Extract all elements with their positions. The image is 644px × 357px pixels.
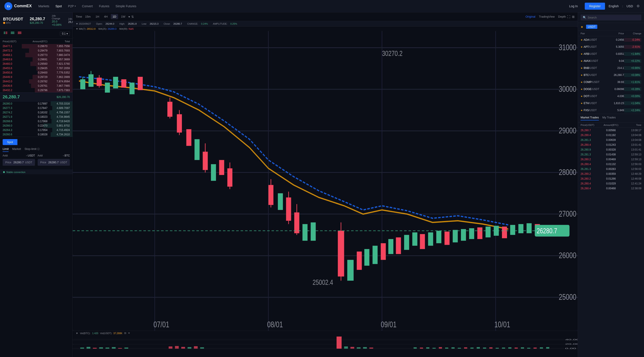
ob-view-bids[interactable] [10,30,16,37]
market-row[interactable]: ★ ETH/USDT 1,610.23 +1.04% [578,100,644,107]
filter-star-icon[interactable]: ★ [580,25,584,29]
chart-type-buttons: Original TradingView Depth [526,15,566,18]
svg-rect-57 [278,193,283,210]
ob-view-asks[interactable] [17,30,22,37]
search-input-wrap[interactable]: 🔍 [580,14,641,20]
order-tab-stop-limit[interactable]: Stop-limit ⓘ [24,147,40,152]
bid-row[interactable]: 26264.3 0.17954 4,715.4924 [0,128,72,132]
chart-interval-15m[interactable]: 15m [83,14,92,19]
login-button[interactable]: Log In [566,3,581,9]
bid-row[interactable]: 26280.0 0.17897 4,703.3316 [0,101,72,106]
market-row[interactable]: ★ BNB/USDT 214.1 +0.66% [578,64,644,71]
chart-indicator-button[interactable]: ⇅ [131,15,134,18]
trades-tab-market[interactable]: Market Trades [580,116,599,120]
nav-markets[interactable]: Markets [38,3,49,9]
nav-simple-futures[interactable]: Simple Futures [116,3,136,9]
vol-usdt-label: Vol(USDT) [100,332,112,335]
chart-interval-1h[interactable]: 1H [94,14,101,19]
pair-star-icon: ★ [580,109,583,112]
trade-row: 26,280.4 0.00468 12:38:09 [578,186,644,191]
chart-fullscreen-button[interactable]: ⛶ [567,15,570,18]
nav-p2p[interactable]: P2P ▾ [68,3,76,9]
bid-row[interactable]: 26271.9 0.18023 4,734.9845 [0,115,72,119]
filter-usdt-btn[interactable]: USDT [586,25,597,29]
bid-row[interactable]: 26274.2 0.18102 4,756.1557 [0,110,72,115]
register-button[interactable]: Register [585,3,605,10]
nav-divider: | [622,5,623,8]
chart-ma-bar: ▼ MA(7): 26512.8 MA(25): 26289.3 MA(99):… [73,27,578,31]
chart-type-tradingview[interactable]: TradingView [539,15,555,18]
avbl-buy-label: Avbl [3,154,8,157]
nav-convert[interactable]: Convert [82,3,93,9]
logo[interactable]: Ex CommEX [4,2,32,10]
ask-row[interactable]: 26477.1 0.29670 7,855.7556 [0,44,72,48]
chart-change: CHANGE: 0.24% [187,22,210,25]
volume-collapse-btn[interactable]: ▼ [76,332,78,335]
ob-decimal-selector[interactable]: 0.1 ▾ [60,31,70,36]
ask-row[interactable]: 26472.3 0.29479 7,803.7693 [0,48,72,53]
svg-rect-81 [469,228,474,239]
search-bar: 🔍 [578,12,644,23]
ask-row[interactable]: 26446.9 0.29729 7,862.3989 [0,75,72,79]
chart-interval-1w[interactable]: 1W [119,14,127,19]
buy-price-input[interactable]: Price 26280.7 USDT [3,159,35,166]
market-row[interactable]: ★ APT/USDT 5.3055 -2.91% [578,43,644,50]
bid-row[interactable]: 26268.6 0.17968 4,719.9420 [0,119,72,123]
bid-row[interactable]: 26260.6 0.18028 4,734.2610 [0,132,72,137]
ask-row[interactable]: 26436.6 0.29761 7,867.7965 [0,84,72,88]
market-row[interactable]: ★ COMP/USDT 39.93 +1.81% [578,79,644,86]
settings-icon[interactable]: ⚙ [636,4,640,8]
chart-interval-dropdown[interactable]: ▾ [128,15,130,18]
vol-icon1[interactable]: ⊟ [124,332,126,335]
sell-price-input[interactable]: Price 26280.7 USDT [38,159,70,166]
nav-spot[interactable]: Spot [56,3,62,9]
currency-selector[interactable]: USD [626,4,633,8]
search-input[interactable] [588,16,639,19]
chart-type-depth[interactable]: Depth [558,15,566,18]
ask-row[interactable]: 26442.0 0.29782 7,874.9564 [0,79,72,84]
vol-icon2[interactable]: ✕ [128,332,130,335]
order-tab-limit[interactable]: Limit [3,147,8,152]
market-row[interactable]: ★ BTC/USDT 26,280.7 +0.08% [578,71,644,79]
svg-rect-86 [510,225,515,235]
market-row[interactable]: ★ DOGE/USDT 0.06098 +0.28% [578,86,644,93]
svg-rect-78 [444,232,450,245]
bid-row[interactable]: 26277.3 0.17847 4,689.7097 [0,106,72,110]
market-row[interactable]: ★ AVAX/USDT 9.04 +0.22% [578,57,644,64]
ask-row[interactable]: 26463.8 0.29691 7,857.3669 [0,57,72,62]
language-selector[interactable]: English [608,4,619,8]
market-row[interactable]: ★ ADA/USDT 0.2456 -0.24% [578,36,644,43]
spot-tab-button[interactable]: Spot [3,139,18,145]
svg-text:30000: 30000 [559,84,576,93]
order-tab-market[interactable]: Market [12,147,21,152]
bid-row[interactable]: 26266.0 0.22470 5,901.9702 [0,123,72,128]
trades-tab-mine[interactable]: My Trades [602,116,616,120]
market-row[interactable]: ★ FXS/USDT 5.849 +2.24% [578,107,644,114]
status-dot [3,171,5,173]
ask-row[interactable]: 26455.6 0.29435 7,787.2059 [0,66,72,70]
ask-row[interactable]: 26468.1 0.29773 7,880.3474 [0,53,72,57]
avbl-sell-row: Avbl - BTC [38,154,70,157]
svg-rect-132 [458,348,461,349]
svg-rect-63 [311,223,316,241]
buy-price-label: Price [5,161,14,164]
svg-text:27000: 27000 [559,209,576,218]
nav-futures[interactable]: Futures [99,3,109,9]
ob-view-both[interactable] [3,30,8,37]
chart-type-original[interactable]: Original [526,15,536,18]
market-row[interactable]: ★ DOT/USDT 4.036 +0.00% [578,93,644,100]
svg-rect-117 [194,346,198,349]
ask-row[interactable]: 26450.8 0.29400 7,776.5352 [0,70,72,75]
svg-rect-129 [439,347,442,349]
ask-row[interactable]: 26460.0 0.29560 7,821.5760 [0,62,72,66]
svg-rect-76 [428,232,433,246]
chart-interval-4h[interactable]: 4H [102,14,110,19]
orderbook-headers: Price(USDT) Amount(BTC) Total [0,39,72,44]
ask-row[interactable]: 26432.2 0.29796 7,875.7383 [0,88,72,92]
chart-grid-button[interactable]: ⊞ [572,15,574,18]
svg-rect-67 [357,252,362,270]
market-row[interactable]: ★ ARB/USDT 0.8351 +1.84% [578,50,644,57]
chart-interval-1d[interactable]: 1D [111,14,118,19]
ob-view-buttons [3,30,22,37]
current-price-usd: $26,280.70 [56,95,70,99]
